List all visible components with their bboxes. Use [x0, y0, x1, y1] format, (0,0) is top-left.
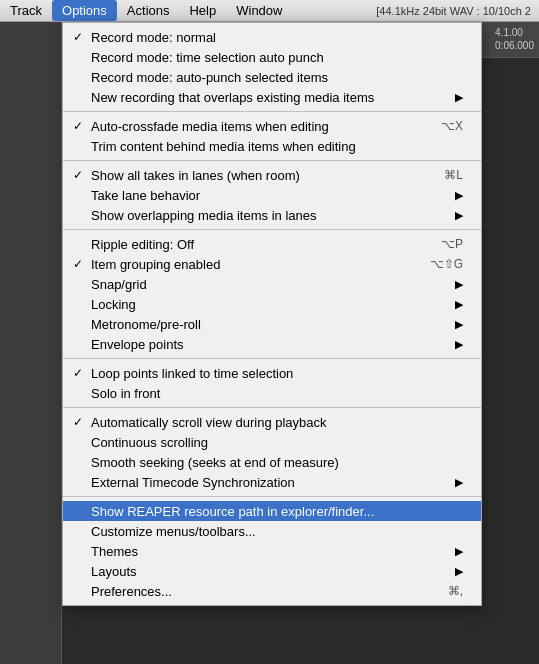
menu-item-label: Solo in front	[91, 386, 160, 401]
menu-item-label: Snap/grid	[91, 277, 147, 292]
menu-separator-3	[63, 229, 481, 230]
menu-item-record-overlap[interactable]: New recording that overlaps existing med…	[63, 87, 481, 107]
menu-item-envelope-points[interactable]: Envelope points▶	[63, 334, 481, 354]
menu-item-item-grouping[interactable]: ✓Item grouping enabled⌥⇧G	[63, 254, 481, 274]
menu-item-label: Loop points linked to time selection	[91, 366, 293, 381]
submenu-arrow-icon: ▶	[445, 278, 463, 291]
menu-item-metronome[interactable]: Metronome/pre-roll▶	[63, 314, 481, 334]
menu-item-auto-scroll[interactable]: ✓Automatically scroll view during playba…	[63, 412, 481, 432]
menu-item-customize-menus[interactable]: Customize menus/toolbars...	[63, 521, 481, 541]
menu-item-shortcut: ⌘,	[428, 584, 463, 598]
menu-separator-2	[63, 160, 481, 161]
menu-item-label: Smooth seeking (seeks at end of measure)	[91, 455, 339, 470]
menu-item-layouts[interactable]: Layouts▶	[63, 561, 481, 581]
menu-item-label: Item grouping enabled	[91, 257, 220, 272]
menu-item-trim-content[interactable]: Trim content behind media items when edi…	[63, 136, 481, 156]
menu-item-shortcut: ⌥P	[421, 237, 463, 251]
menu-item-label: Show all takes in lanes (when room)	[91, 168, 300, 183]
menu-item-label: Automatically scroll view during playbac…	[91, 415, 327, 430]
menu-window[interactable]: Window	[226, 0, 292, 21]
menu-item-label: Auto-crossfade media items when editing	[91, 119, 329, 134]
menu-options[interactable]: Options	[52, 0, 117, 21]
menu-item-show-resource-path[interactable]: Show REAPER resource path in explorer/fi…	[63, 501, 481, 521]
menubar: Track Options Actions Help Window [44.1k…	[0, 0, 539, 22]
menu-item-label: Themes	[91, 544, 138, 559]
menu-item-label: Layouts	[91, 564, 137, 579]
menu-item-ripple-editing[interactable]: Ripple editing: Off⌥P	[63, 234, 481, 254]
menu-item-label: Envelope points	[91, 337, 184, 352]
menu-help[interactable]: Help	[179, 0, 226, 21]
submenu-arrow-icon: ▶	[445, 298, 463, 311]
menu-item-continuous-scroll[interactable]: Continuous scrolling	[63, 432, 481, 452]
menu-item-shortcut: ⌥X	[421, 119, 463, 133]
menu-item-preferences[interactable]: Preferences...⌘,	[63, 581, 481, 601]
menu-item-smooth-seeking[interactable]: Smooth seeking (seeks at end of measure)	[63, 452, 481, 472]
menu-item-shortcut: ⌘L	[424, 168, 463, 182]
checkmark-icon: ✓	[73, 366, 83, 380]
checkmark-icon: ✓	[73, 168, 83, 182]
menu-item-record-auto-punch[interactable]: Record mode: auto-punch selected items	[63, 67, 481, 87]
menu-item-solo-front[interactable]: Solo in front	[63, 383, 481, 403]
menu-separator-6	[63, 496, 481, 497]
menu-separator-1	[63, 111, 481, 112]
submenu-arrow-icon: ▶	[445, 476, 463, 489]
menu-item-show-overlapping[interactable]: Show overlapping media items in lanes▶	[63, 205, 481, 225]
menu-item-label: Record mode: time selection auto punch	[91, 50, 324, 65]
menu-item-take-lane-behavior[interactable]: Take lane behavior▶	[63, 185, 481, 205]
menu-item-label: Record mode: normal	[91, 30, 216, 45]
menu-item-shortcut: ⌥⇧G	[410, 257, 463, 271]
menu-item-label: Ripple editing: Off	[91, 237, 194, 252]
submenu-arrow-icon: ▶	[445, 91, 463, 104]
menu-separator-5	[63, 407, 481, 408]
checkmark-icon: ✓	[73, 30, 83, 44]
menu-separator-4	[63, 358, 481, 359]
submenu-arrow-icon: ▶	[445, 189, 463, 202]
menu-item-label: New recording that overlaps existing med…	[91, 90, 374, 105]
menu-item-label: Trim content behind media items when edi…	[91, 139, 356, 154]
menu-item-label: Show overlapping media items in lanes	[91, 208, 316, 223]
menu-item-label: Locking	[91, 297, 136, 312]
menu-item-loop-points[interactable]: ✓Loop points linked to time selection	[63, 363, 481, 383]
menu-item-label: Metronome/pre-roll	[91, 317, 201, 332]
menu-item-label: Record mode: auto-punch selected items	[91, 70, 328, 85]
menu-item-label: Customize menus/toolbars...	[91, 524, 256, 539]
menu-item-themes[interactable]: Themes▶	[63, 541, 481, 561]
menu-item-show-takes[interactable]: ✓Show all takes in lanes (when room)⌘L	[63, 165, 481, 185]
menu-item-label: Take lane behavior	[91, 188, 200, 203]
menu-item-locking[interactable]: Locking▶	[63, 294, 481, 314]
track-area	[0, 22, 62, 664]
menu-item-label: External Timecode Synchronization	[91, 475, 295, 490]
checkmark-icon: ✓	[73, 257, 83, 271]
ruler-time-right: 4.1.000:06.000	[495, 26, 534, 52]
menu-item-auto-crossfade[interactable]: ✓Auto-crossfade media items when editing…	[63, 116, 481, 136]
options-dropdown: ✓Record mode: normalRecord mode: time se…	[62, 22, 482, 606]
submenu-arrow-icon: ▶	[445, 565, 463, 578]
submenu-arrow-icon: ▶	[445, 338, 463, 351]
status-bar: [44.1kHz 24bit WAV : 10/10ch 2	[376, 5, 539, 17]
menu-item-record-normal[interactable]: ✓Record mode: normal	[63, 27, 481, 47]
submenu-arrow-icon: ▶	[445, 209, 463, 222]
menu-item-label: Show REAPER resource path in explorer/fi…	[91, 504, 374, 519]
menu-track[interactable]: Track	[0, 0, 52, 21]
checkmark-icon: ✓	[73, 415, 83, 429]
menu-item-label: Preferences...	[91, 584, 172, 599]
menu-item-snap-grid[interactable]: Snap/grid▶	[63, 274, 481, 294]
menu-item-label: Continuous scrolling	[91, 435, 208, 450]
menu-actions[interactable]: Actions	[117, 0, 180, 21]
checkmark-icon: ✓	[73, 119, 83, 133]
menu-item-record-time-sel[interactable]: Record mode: time selection auto punch	[63, 47, 481, 67]
submenu-arrow-icon: ▶	[445, 545, 463, 558]
submenu-arrow-icon: ▶	[445, 318, 463, 331]
menu-item-ext-timecode[interactable]: External Timecode Synchronization▶	[63, 472, 481, 492]
